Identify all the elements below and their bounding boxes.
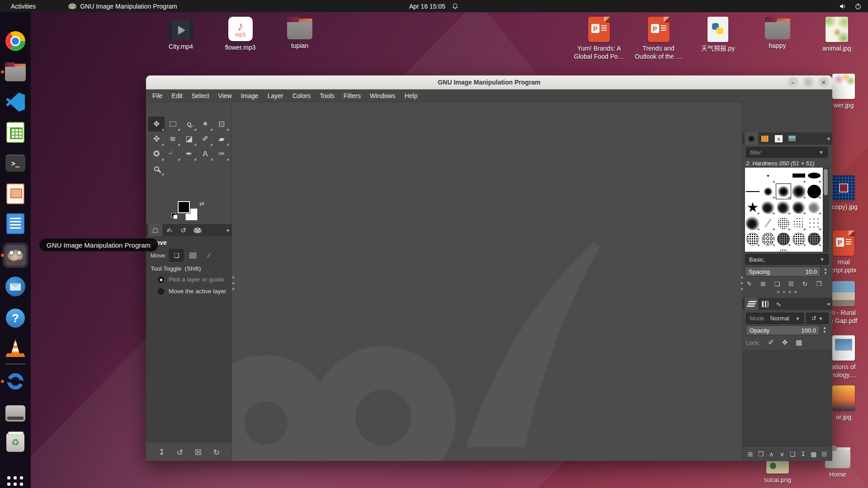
dock-item-gimp[interactable] — [3, 243, 28, 268]
brush-cell-specksd[interactable] — [776, 247, 791, 252]
delete-layer-button[interactable]: ☒ — [819, 449, 829, 459]
radio-pick-layer[interactable]: Pick a layer or guide — [158, 276, 224, 283]
brush-cell-texdark2[interactable] — [807, 231, 822, 247]
tool-paths[interactable]: ✒ — [181, 146, 197, 161]
dock-item-help[interactable]: ? — [3, 305, 28, 331]
new-brush-button[interactable]: ⊞ — [758, 279, 768, 289]
dock-item-vlc[interactable] — [3, 335, 28, 361]
tab-device-status[interactable]: ✍ — [162, 224, 176, 236]
open-brush-as-image-button[interactable]: ❐ — [814, 279, 824, 289]
brush-cell-texdark[interactable] — [776, 231, 791, 247]
tool-eraser[interactable]: ▰ — [213, 131, 230, 146]
tab-menu-arrow-icon[interactable]: ◂ — [827, 135, 830, 141]
brush-cell-blobdark[interactable] — [745, 215, 760, 231]
tool-text[interactable]: A — [197, 146, 213, 161]
menu-file[interactable]: File — [148, 89, 167, 102]
system-status-area[interactable] — [839, 3, 862, 10]
brush-cell-strokes[interactable] — [791, 247, 807, 252]
spacing-slider[interactable]: Spacing 10.0 — [745, 267, 821, 277]
tab-patterns[interactable] — [758, 132, 772, 145]
brush-cell-star[interactable]: ★ — [745, 199, 760, 215]
tab-menu-arrow-icon[interactable]: ◂ — [827, 300, 830, 307]
brush-cell-blob[interactable] — [791, 199, 807, 215]
desktop-icon-天气预报.py[interactable]: 天气预报.py — [691, 17, 745, 53]
desktop-icon-animal.jpg[interactable]: animal.jpg — [810, 17, 864, 53]
new-layer-group-button[interactable]: ❒ — [756, 449, 766, 459]
brush-cell-texrings[interactable] — [760, 231, 776, 247]
dock-item-files[interactable] — [3, 59, 28, 84]
clock-menu[interactable]: Apr 16 15:05 — [409, 3, 459, 10]
dock-item-libreoffice-writer[interactable] — [3, 211, 28, 236]
dock-item-libreoffice-calc[interactable] — [3, 120, 28, 145]
save-tool-preset-button[interactable]: ↧ — [156, 446, 167, 458]
brush-cell-bar[interactable] — [791, 168, 807, 183]
brush-cell-hard30[interactable] — [807, 183, 822, 199]
brush-filter-input[interactable]: filter ▼ — [746, 147, 828, 158]
opacity-spinner[interactable]: ▲▼ — [821, 325, 828, 335]
menu-select[interactable]: Select — [187, 89, 214, 102]
tab-fonts[interactable]: a — [772, 132, 785, 145]
brush-cell-blob[interactable] — [776, 199, 791, 215]
brush-cell-blank[interactable] — [745, 168, 760, 183]
tab-brushes[interactable] — [745, 132, 758, 145]
tab-undo-history[interactable]: ↺ — [176, 224, 190, 236]
canvas-area[interactable] — [232, 102, 742, 461]
mode-switch-button[interactable]: ↺ ▼ — [806, 313, 829, 324]
move-target-selection[interactable] — [185, 249, 200, 262]
brush-cell-ellipse[interactable] — [807, 168, 822, 183]
menu-tools[interactable]: Tools — [315, 89, 339, 102]
tool-crop[interactable]: ⊡ — [213, 117, 230, 131]
tool-clone[interactable]: ✪ — [148, 146, 165, 161]
tool-free-select[interactable]: ϱ — [181, 117, 197, 131]
maximize-button[interactable]: □ — [803, 77, 814, 88]
move-target-layer[interactable]: ❏ — [169, 249, 184, 262]
dock-item-thunderbird[interactable] — [3, 274, 28, 299]
brush-cell-blank[interactable] — [776, 168, 791, 183]
brush-cell-soft24sel[interactable] — [776, 183, 791, 199]
menu-filters[interactable]: Filters — [339, 89, 365, 102]
desktop-icon-flower.mp3[interactable]: ♪mp3flower.mp3 — [213, 17, 268, 52]
raise-layer-button[interactable]: ∧ — [766, 449, 776, 459]
menu-image[interactable]: Image — [236, 89, 263, 102]
brush-cell-line[interactable] — [745, 183, 760, 199]
desktop-icon-happy[interactable]: happy — [750, 17, 805, 50]
merge-down-button[interactable]: ↧ — [798, 449, 808, 459]
delete-brush-button[interactable]: ☒ — [786, 279, 796, 289]
focused-app-indicator[interactable]: GNU Image Manipulation Program — [68, 3, 177, 10]
tool-rectangle-select[interactable] — [165, 117, 181, 131]
dock-item-terminal[interactable]: >_ — [3, 150, 28, 176]
brush-cell-chalk[interactable] — [745, 247, 760, 252]
tab-menu-arrow-icon[interactable]: ◂ — [226, 227, 229, 233]
desktop-icon-City.mp4[interactable]: City.mp4 — [154, 17, 208, 51]
layer-mode-select[interactable]: Mode Normal ▼ — [746, 313, 804, 324]
tab-channels[interactable] — [758, 298, 772, 310]
dock-item-vscode[interactable] — [3, 89, 28, 115]
lock-pixels-icon[interactable]: ✐ — [768, 338, 774, 347]
tab-document-history[interactable] — [785, 132, 799, 145]
tool-zoom[interactable] — [148, 161, 165, 176]
desktop-icon-Yum-Brands-A-Global-Food-Po-[interactable]: PYum! Brands: AGlobal Food Po… — [572, 17, 626, 61]
tab-paths[interactable]: ∿ — [772, 298, 785, 310]
activities-button[interactable]: Activities — [11, 3, 36, 10]
default-colors-icon[interactable] — [171, 213, 178, 219]
tool-move[interactable]: ✥ — [148, 117, 165, 131]
duplicate-layer-button[interactable]: ❏ — [788, 449, 797, 459]
left-splitter-handle[interactable]: ●●● — [231, 274, 236, 292]
lower-layer-button[interactable]: ∨ — [777, 449, 787, 459]
tool-fuzzy-select[interactable]: ✴ — [197, 117, 213, 131]
lock-alpha-icon[interactable]: ▩ — [796, 338, 802, 347]
tool-bucket-fill[interactable]: ◪ — [181, 131, 197, 146]
brush-cell-tex[interactable] — [791, 231, 807, 247]
brush-cell-specksd[interactable] — [776, 215, 791, 231]
menu-help[interactable]: Help — [400, 89, 422, 102]
lock-position-icon[interactable]: ✥ — [782, 338, 788, 347]
brush-grid[interactable]: ★✗~ — [745, 168, 823, 252]
dock-resize-handle[interactable]: ● ● ● ● — [742, 289, 832, 294]
brush-grid-scrollbar[interactable] — [823, 168, 829, 252]
opacity-slider[interactable]: Opacity 100.0 — [746, 325, 820, 335]
right-splitter-handle[interactable]: ●●● — [739, 274, 745, 292]
brush-cell-specks[interactable] — [791, 215, 807, 231]
tool-color-picker[interactable]: ✑ — [213, 146, 230, 161]
dock-item-trash[interactable]: ♻ — [3, 430, 28, 455]
move-target-path[interactable]: ∕ — [202, 249, 216, 262]
